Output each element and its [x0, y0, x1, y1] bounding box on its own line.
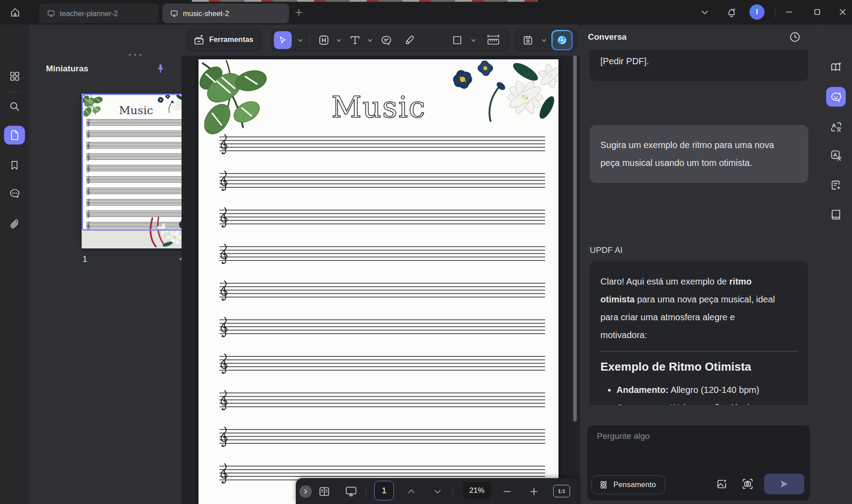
- save-button[interactable]: [519, 31, 537, 49]
- chevron-down-icon: [701, 8, 709, 17]
- zoom-in-button[interactable]: [526, 485, 542, 498]
- panel-drag-handle[interactable]: [129, 54, 141, 56]
- translate-square-icon: A: [830, 149, 842, 161]
- camera-icon: [742, 478, 753, 490]
- user-avatar[interactable]: I: [749, 4, 765, 20]
- tools-menu-button[interactable]: Ferramentas: [186, 29, 262, 52]
- select-tool-button[interactable]: [274, 31, 292, 49]
- shape-tool-dropdown[interactable]: [468, 37, 478, 44]
- music-staves: [219, 135, 545, 483]
- actual-size-label: 1:1: [558, 488, 565, 494]
- previous-page-button[interactable]: [403, 485, 419, 498]
- avatar-initial: I: [756, 8, 758, 16]
- assistant-heading: Exemplo de Ritmo Otimista: [600, 358, 798, 376]
- zoom-value: 21%: [469, 486, 484, 495]
- page-icon: [9, 130, 20, 140]
- minimize-button[interactable]: [782, 4, 797, 20]
- titlebar-expand-button[interactable]: [697, 4, 713, 21]
- comment-tool-button[interactable]: [377, 31, 395, 49]
- sidebar-item-comments[interactable]: [4, 184, 25, 203]
- bullet-bold: Compasso:: [616, 403, 665, 405]
- background-window-sliver: [192, 0, 538, 2]
- text-icon: [349, 34, 361, 46]
- save-dropdown[interactable]: [539, 37, 549, 44]
- reader-book-icon: [830, 209, 842, 221]
- notifications-button[interactable]: [723, 4, 740, 21]
- sidebar-item-thumbnails[interactable]: [4, 126, 25, 145]
- paperclip-icon: [9, 219, 20, 230]
- history-clock-icon: [789, 31, 801, 43]
- panel-title: Miniaturas: [46, 64, 88, 74]
- pdf-page[interactable]: Music: [199, 59, 558, 504]
- chevron-right-icon: [303, 489, 308, 494]
- rail-item-ai-summary[interactable]: [826, 175, 846, 195]
- document-viewport[interactable]: Music: [182, 56, 579, 504]
- ai-button-inner: [553, 31, 571, 49]
- monitor-icon: [47, 10, 55, 17]
- comment-icon: [9, 188, 21, 199]
- maximize-icon: [814, 8, 821, 16]
- bullet-item: Compasso: 4/4 (marcação clássica para mú…: [616, 399, 782, 405]
- measure-tool-button[interactable]: [483, 31, 504, 49]
- zoom-out-button[interactable]: [499, 485, 515, 498]
- left-sidebar: [0, 25, 29, 504]
- thinking-mode-toggle[interactable]: Pensamento: [591, 475, 665, 494]
- bar-divider: [453, 486, 453, 496]
- two-page-view-icon: [318, 486, 330, 497]
- chat-input-card: Pensamento: [587, 425, 811, 501]
- highlighter-tool-button[interactable]: [401, 31, 418, 49]
- rail-item-reader[interactable]: [826, 205, 846, 224]
- thumbnails-panel: Miniaturas Music: [29, 25, 182, 504]
- close-icon: [839, 8, 846, 16]
- heading-tool-button[interactable]: [315, 31, 333, 49]
- sidebar-item-apps[interactable]: [4, 67, 25, 86]
- close-button[interactable]: [835, 4, 850, 20]
- heading-tool-dropdown[interactable]: [334, 37, 343, 44]
- chevron-down-icon: [298, 37, 303, 43]
- bar-divider: [366, 486, 366, 496]
- sidebar-item-search[interactable]: [4, 97, 25, 116]
- attach-image-button[interactable]: [713, 475, 731, 493]
- page-layout-button[interactable]: [316, 485, 332, 498]
- titlebar-divider: [775, 8, 775, 17]
- chat-panel-title: Conversa: [588, 32, 627, 42]
- text-tool-button[interactable]: [346, 31, 364, 49]
- page-number-input[interactable]: [374, 481, 394, 500]
- chat-history-button[interactable]: [786, 28, 804, 46]
- minimize-icon: [786, 8, 793, 16]
- chevron-down-icon: [471, 37, 476, 43]
- actual-size-button[interactable]: 1:1: [553, 485, 570, 497]
- chat-input-field[interactable]: [597, 431, 801, 469]
- text-tool-dropdown[interactable]: [365, 37, 375, 44]
- document-scrollbar[interactable]: [573, 56, 577, 421]
- rail-item-ai-chat[interactable]: [826, 87, 846, 107]
- book-sparkle-icon: [830, 62, 842, 74]
- expand-bar-button[interactable]: [298, 485, 314, 498]
- bell-icon: [726, 7, 737, 18]
- new-tab-button[interactable]: [291, 4, 307, 21]
- presentation-mode-button[interactable]: [343, 485, 359, 498]
- send-message-button[interactable]: [764, 474, 804, 494]
- rail-item-translate-page[interactable]: A: [826, 145, 846, 165]
- tab-music-sheet-2[interactable]: music-sheet-2: [162, 4, 289, 23]
- home-icon: [10, 7, 21, 18]
- select-tool-dropdown[interactable]: [295, 37, 305, 44]
- home-button[interactable]: [6, 4, 24, 21]
- page-thumbnail-1[interactable]: Music: [82, 94, 190, 248]
- heading-icon: [318, 34, 330, 46]
- sidebar-item-bookmarks[interactable]: [4, 156, 25, 174]
- screenshot-button[interactable]: [739, 475, 757, 493]
- chat-message-list[interactable]: [Pedir PDF]. Sugira um exemplo de ritmo …: [580, 50, 819, 405]
- rail-item-ai-guide[interactable]: [826, 58, 846, 77]
- zoom-level-display[interactable]: 21%: [463, 482, 491, 499]
- rail-item-translate[interactable]: A: [826, 117, 846, 136]
- sidebar-item-attachments[interactable]: [4, 215, 25, 233]
- tab-teacher-planner-2[interactable]: teacher-planner-2: [39, 4, 159, 23]
- pin-panel-button[interactable]: [152, 60, 169, 77]
- shape-tool-button[interactable]: [448, 31, 466, 49]
- ai-assistant-button[interactable]: [551, 30, 573, 50]
- ai-sender-label: UPDF AI: [590, 245, 623, 255]
- next-page-button[interactable]: [430, 485, 446, 498]
- maximize-button[interactable]: [810, 4, 825, 20]
- chevron-down-icon: [433, 487, 442, 496]
